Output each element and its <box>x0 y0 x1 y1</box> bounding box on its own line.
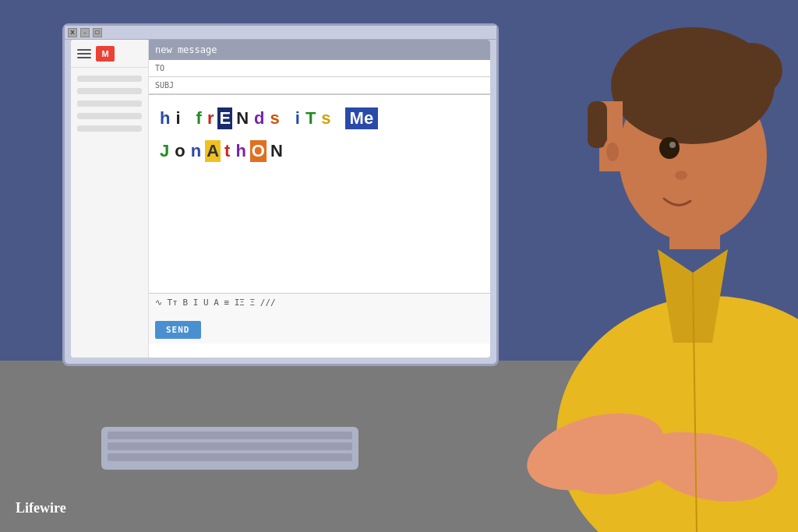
to-label: TO <box>155 64 164 72</box>
char-d: d <box>252 107 266 129</box>
space-2 <box>284 118 291 119</box>
keyboard <box>101 427 358 470</box>
svg-point-11 <box>669 142 676 148</box>
gmail-letter: M <box>101 49 108 58</box>
subj-label: SUBJ <box>155 81 174 90</box>
char-i2: i <box>294 107 302 129</box>
char-h: h <box>234 140 247 162</box>
compose-fields: TO SUBJ <box>149 60 490 95</box>
toolbar-icons: ∿ Tт B I U A ≡ ΙΞ Ξ /// <box>155 298 276 308</box>
lifewire-watermark: Lifewire <box>16 500 66 516</box>
char-N1: N <box>235 107 250 129</box>
sidebar-line-1 <box>77 76 142 82</box>
compose-body[interactable]: h i f r E N d s i T s Me <box>149 95 490 293</box>
sidebar-line-4 <box>77 113 142 119</box>
compose-header-text: new message <box>155 44 217 55</box>
lifewire-text: Lifewire <box>16 500 66 516</box>
char-n1: n <box>189 140 203 162</box>
char-h: h <box>158 107 171 129</box>
space-3 <box>335 118 343 119</box>
body-line-1: h i f r E N d s i T s Me <box>158 107 481 129</box>
char-J: J <box>158 140 171 162</box>
gmail-main: new message TO SUBJ h i <box>149 40 490 358</box>
svg-rect-7 <box>588 101 607 148</box>
char-T: T <box>304 107 317 129</box>
subject-field[interactable]: SUBJ <box>149 77 490 94</box>
sidebar-nav <box>71 68 148 139</box>
compose-toolbar: ∿ Tт B I U A ≡ ΙΞ Ξ /// <box>149 293 490 312</box>
to-field[interactable]: TO <box>149 60 490 77</box>
char-t: t <box>223 140 231 162</box>
person-illustration <box>447 0 798 532</box>
char-f: f <box>195 107 203 129</box>
svg-point-5 <box>720 43 782 97</box>
gmail-sidebar: M <box>71 40 149 358</box>
compose-header: new message <box>149 40 490 60</box>
space-1 <box>185 118 192 119</box>
send-button[interactable]: SEND <box>155 321 201 339</box>
svg-point-9 <box>606 143 619 161</box>
svg-point-12 <box>675 171 687 180</box>
body-line-2: J o n A t h O N <box>158 140 481 162</box>
char-r: r <box>206 107 216 129</box>
char-i: i <box>174 107 182 129</box>
char-s1: s <box>269 107 281 129</box>
char-O: O <box>250 140 267 162</box>
sidebar-line-5 <box>77 125 142 132</box>
char-A: A <box>205 140 221 162</box>
char-s2: s <box>320 107 332 129</box>
monitor-screen: M new message TO <box>71 40 490 358</box>
close-button[interactable]: X <box>68 28 77 37</box>
monitor: X - □ M <box>62 23 499 366</box>
gmail-topbar: M <box>71 40 148 68</box>
window-titlebar: X - □ <box>65 26 496 40</box>
hamburger-menu[interactable] <box>77 49 91 58</box>
maximize-button[interactable]: □ <box>93 28 102 37</box>
char-E: E <box>217 107 232 129</box>
minimize-button[interactable]: - <box>80 28 90 37</box>
char-N2: N <box>269 140 284 162</box>
compose-window: new message TO SUBJ h i <box>149 40 490 344</box>
char-Me: Me <box>345 107 379 129</box>
send-area: SEND <box>149 312 490 344</box>
char-o1: o <box>173 140 186 162</box>
svg-point-10 <box>659 137 680 159</box>
sidebar-line-2 <box>77 88 142 94</box>
gmail-icon: M <box>96 46 115 62</box>
sidebar-line-3 <box>77 100 142 107</box>
